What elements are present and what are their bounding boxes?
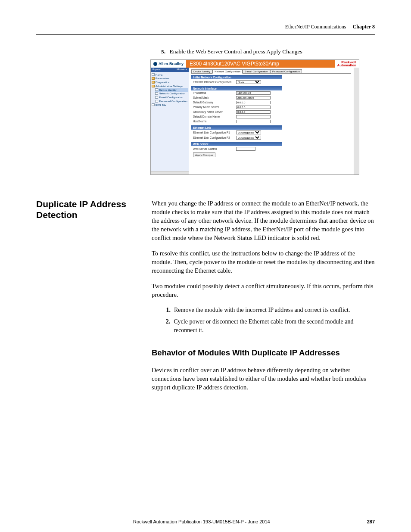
section-body: When you change the IP address or connec… xyxy=(152,199,375,398)
select-web-server[interactable]: Enabled xyxy=(236,147,255,151)
page-footer: Rockwell Automation Publication 193-UM01… xyxy=(36,519,375,524)
tab-device-identity[interactable]: Device Identity xyxy=(191,69,212,74)
page-icon xyxy=(155,88,158,91)
field-label: Secondary Name Server xyxy=(193,110,233,113)
select-link-p1[interactable]: Autonegotiate xyxy=(236,131,261,134)
embedded-screenshot: Allen-Bradley E300 4In3Out120VAC VIGPt5t… xyxy=(150,59,359,175)
sidebar-item-label: Password Configuration xyxy=(159,100,187,103)
form-row: Default Gateway xyxy=(191,100,351,105)
label-interface-config: Ethernet Interface Configuration xyxy=(193,81,233,84)
nav-tree: HomeParametersDiagnosticsAdministrative … xyxy=(151,72,189,108)
sidebar-item-label: Home xyxy=(156,73,163,77)
sidebar-item[interactable]: Password Configuration xyxy=(155,99,188,103)
folder-icon xyxy=(152,85,155,87)
text-section: Duplicate IP Address Detection When you … xyxy=(36,199,375,398)
select-interface-config[interactable]: Static xyxy=(236,80,261,84)
step-instruction: 5. Enable the Web Server Control and pre… xyxy=(161,48,375,55)
page-header: EtherNet/IP Communications Chapter 8 xyxy=(36,24,375,35)
chapter-label: Chapter 8 xyxy=(353,24,375,30)
sidebar-item-label: EDS File xyxy=(156,103,166,107)
row-interface-config: Ethernet Interface Configuration Static xyxy=(191,79,351,84)
tab-password-config[interactable]: Password Configuration xyxy=(270,69,302,74)
form-row: Default Domain Name xyxy=(191,114,351,119)
form-row: IP Address xyxy=(191,90,351,95)
label-link-p2: Ethernet Link Configuration P2 xyxy=(193,136,233,139)
field-label: IP Address xyxy=(193,91,233,94)
sidebar-item[interactable]: EDS File xyxy=(152,103,188,107)
text-input[interactable] xyxy=(236,101,271,104)
page-icon xyxy=(155,92,158,95)
sidebar-item-label: Administrative Settings xyxy=(156,84,183,88)
allen-bradley-logo: Allen-Bradley xyxy=(151,61,186,67)
tab-email-config[interactable]: E-mail Configuration xyxy=(243,69,270,74)
text-input[interactable] xyxy=(236,106,271,109)
sidebar-item[interactable]: Administrative Settings xyxy=(152,84,188,88)
row-web-server-control: Web Server Control Enabled xyxy=(191,146,351,151)
sidebar-item-label: E-mail Configuration xyxy=(159,96,183,99)
sidebar-item[interactable]: E-mail Configuration xyxy=(155,96,188,100)
list-item: 2. Cycle power or disconnect the Etherne… xyxy=(164,317,375,334)
field-label: Subnet Mask xyxy=(193,96,233,99)
section-network-interface: Network Interface xyxy=(191,86,282,90)
sidebar-item-label: Network Configuration xyxy=(159,92,185,95)
subsection-heading: Behavior of Modules With Duplicate IP Ad… xyxy=(152,347,375,358)
page-icon xyxy=(155,100,158,103)
field-label: Default Gateway xyxy=(193,101,233,104)
folder-icon xyxy=(152,81,155,84)
rockwell-line2: Automation xyxy=(337,63,356,67)
section-name: EtherNet/IP Communications xyxy=(285,24,346,30)
text-input[interactable] xyxy=(236,115,271,118)
rockwell-logo: Rockwell Automation xyxy=(335,61,359,67)
section-web-server: Web Server xyxy=(191,142,282,146)
form-row: Subnet Mask xyxy=(191,95,351,100)
step-number: 5. xyxy=(161,48,165,55)
page-icon xyxy=(155,96,158,99)
field-label: Host Name xyxy=(193,120,233,123)
label-web-server: Web Server Control xyxy=(193,147,233,150)
sidebar-item[interactable]: Home xyxy=(152,73,188,77)
paragraph-2: To resolve this conflict, use the instru… xyxy=(152,249,375,275)
vertical-scrollbar[interactable] xyxy=(354,68,359,174)
row-link-p1: Ethernet Link Configuration P1 Autonegot… xyxy=(191,130,351,135)
text-input[interactable] xyxy=(236,110,271,114)
apply-changes-button[interactable]: Apply Changes xyxy=(193,152,215,157)
page-number: 287 xyxy=(367,519,375,524)
text-input[interactable] xyxy=(236,91,271,95)
tab-network-config[interactable]: Network Configuration xyxy=(212,69,242,74)
text-input[interactable] xyxy=(236,120,271,123)
paragraph-3: Two modules could possibly detect a conf… xyxy=(152,282,375,299)
sidebar-item[interactable]: Network Configuration xyxy=(155,92,188,96)
sidebar-item[interactable]: Device Identity xyxy=(155,88,188,92)
label-link-p1: Ethernet Link Configuration P1 xyxy=(193,131,233,134)
section-heading: Duplicate IP Address Detection xyxy=(36,199,141,398)
list-item: 1. Remove the module with the incorrect … xyxy=(164,306,375,314)
list-text: Cycle power or disconnect the Ethernet c… xyxy=(174,317,375,334)
field-label: Default Domain Name xyxy=(193,115,233,118)
minimize-link[interactable]: Minimize xyxy=(177,68,187,72)
form-row: Host Name xyxy=(191,119,351,124)
device-title: E300 4In3Out120VAC VIGPt5to30Amp xyxy=(186,60,335,68)
text-input[interactable] xyxy=(236,96,271,100)
section-initial-network: Initial Network Configuration xyxy=(191,75,282,79)
section-ethernet-link: Ethernet Link xyxy=(191,125,282,130)
screenshot-body: Expand Minimize HomeParametersDiagnostic… xyxy=(151,68,359,174)
config-panel: Device Identity Network Configuration E-… xyxy=(189,68,354,174)
list-num: 1. xyxy=(164,306,171,314)
list-num: 2. xyxy=(164,317,170,334)
select-link-p2[interactable]: Autonegotiate xyxy=(236,136,261,140)
field-label: Primary Name Server xyxy=(193,106,233,109)
page-icon xyxy=(152,73,155,76)
tab-row: Device Identity Network Configuration E-… xyxy=(191,69,351,73)
folder-icon xyxy=(152,77,155,80)
page-icon xyxy=(152,103,155,106)
paragraph-4: Devices in conflict over an IP address b… xyxy=(152,366,375,392)
sidebar-item[interactable]: Diagnostics xyxy=(152,81,188,84)
sidebar-item[interactable]: Parameters xyxy=(152,77,188,81)
horizontal-scrollbar[interactable] xyxy=(151,171,189,174)
form-row: Primary Name Server xyxy=(191,105,351,109)
list-text: Remove the module with the incorrect IP … xyxy=(174,306,350,314)
sidebar-item-label: Diagnostics xyxy=(156,81,169,84)
ordered-list: 1. Remove the module with the incorrect … xyxy=(164,306,375,334)
expand-link[interactable]: Expand xyxy=(153,68,161,72)
nav-sidebar: Expand Minimize HomeParametersDiagnostic… xyxy=(151,68,189,174)
